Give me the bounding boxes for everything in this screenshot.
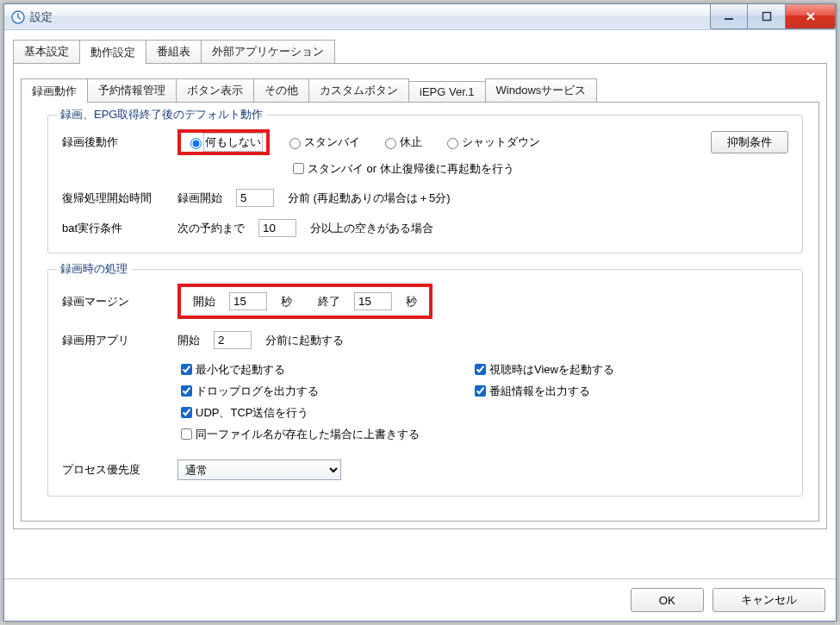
bat-prefix: 次の予約まで: [177, 221, 245, 236]
check-reboot-label: スタンバイ or 休止復帰後に再起動を行う: [308, 161, 514, 177]
radio-shutdown-label: シャットダウン: [462, 134, 540, 150]
row-rec-app: 録画用アプリ 開始 分前に起動する: [62, 331, 788, 349]
margin-start-label: 開始: [193, 294, 215, 309]
radio-hibernate[interactable]: [385, 138, 396, 149]
group-post-record: 録画、EPG取得終了後のデフォルト動作 録画後動作 何もしない: [47, 115, 803, 253]
label-rec-app: 録画用アプリ: [62, 333, 177, 348]
tab-external-app[interactable]: 外部アプリケーション: [201, 40, 335, 63]
svg-rect-2: [762, 13, 770, 21]
group-post-record-title: 録画、EPG取得終了後のデフォルト動作: [57, 107, 266, 122]
resume-prefix: 録画開始: [177, 191, 222, 206]
label-margin: 録画マージン: [62, 294, 177, 309]
row-resume: 復帰処理開始時間 録画開始 分前 (再起動ありの場合は＋5分): [62, 189, 788, 207]
bat-suffix: 分以上の空きがある場合: [310, 221, 433, 236]
window-title: 設定: [30, 9, 53, 25]
input-margin-start[interactable]: [229, 292, 267, 310]
subtab-other[interactable]: その他: [253, 78, 309, 102]
input-bat-minutes[interactable]: [258, 219, 296, 237]
subtab-custom-button[interactable]: カスタムボタン: [308, 78, 409, 102]
check-minimized-label: 最小化で起動する: [196, 362, 285, 378]
top-tabs: 基本設定 動作設定 番組表 外部アプリケーション: [13, 39, 827, 64]
input-rec-app-minutes[interactable]: [214, 331, 252, 349]
check-minimized[interactable]: [181, 364, 192, 375]
row-margin: 録画マージン 開始 秒 終了: [62, 284, 788, 319]
radio-standby[interactable]: [289, 138, 301, 149]
highlight-post-action: 何もしない: [177, 129, 270, 155]
radio-shutdown[interactable]: [447, 138, 458, 149]
group-recording-process: 録画時の処理 録画マージン 開始 秒 終了: [47, 269, 803, 497]
check-program-info-label: 番組情報を出力する: [489, 384, 590, 399]
resume-suffix: 分前 (再起動ありの場合は＋5分): [288, 191, 451, 206]
radio-standby-label: スタンバイ: [304, 134, 360, 150]
radio-none-label: 何もしない: [205, 134, 261, 150]
content-area: 基本設定 動作設定 番組表 外部アプリケーション 録画動作 予約情報管理 ボタン…: [4, 30, 836, 578]
minimize-button[interactable]: [710, 4, 748, 29]
check-view-label: 視聴時はViewを起動する: [489, 362, 614, 378]
check-view[interactable]: [475, 364, 486, 375]
subtab-iepg[interactable]: iEPG Ver.1: [408, 81, 486, 102]
titlebar: 設定: [4, 4, 836, 30]
input-margin-end[interactable]: [354, 292, 392, 310]
row-post-action: 録画後動作 何もしない スタンバイ: [62, 129, 788, 155]
clock-icon: [11, 10, 25, 24]
margin-end-label: 終了: [318, 294, 340, 309]
dialog-buttons: OK キャンセル: [4, 578, 836, 621]
margin-start-unit: 秒: [281, 294, 292, 309]
suppress-button[interactable]: 抑制条件: [711, 131, 788, 153]
check-program-info[interactable]: [475, 385, 486, 397]
select-priority[interactable]: 通常: [177, 459, 341, 480]
radio-none[interactable]: [190, 138, 202, 149]
tab-behavior-settings[interactable]: 動作設定: [79, 40, 146, 64]
subtab-windows-service[interactable]: Windowsサービス: [485, 78, 598, 102]
subtab-button-display[interactable]: ボタン表示: [176, 78, 254, 102]
row-checks: 最小化で起動する ドロップログを出力する UDP、TCP送信を行う 同一ファイル…: [62, 361, 788, 447]
row-bat: bat実行条件 次の予約まで 分以上の空きがある場合: [62, 219, 788, 237]
margin-end-unit: 秒: [406, 294, 417, 309]
settings-window: 設定 基本設定 動作設定 番組表 外部アプリケーション 録画動作 予約: [3, 3, 837, 622]
group-recording-process-title: 録画時の処理: [57, 261, 131, 277]
row-priority: プロセス優先度 通常: [62, 459, 788, 480]
rec-app-suffix: 分前に起動する: [265, 333, 344, 348]
tab-program-guide[interactable]: 番組表: [146, 40, 202, 63]
tab-basic-settings[interactable]: 基本設定: [13, 40, 80, 63]
row-reboot-check: スタンバイ or 休止復帰後に再起動を行う: [62, 160, 788, 177]
label-priority: プロセス優先度: [62, 462, 177, 478]
highlight-margin: 開始 秒 終了 秒: [177, 284, 432, 319]
radio-hibernate-label: 休止: [400, 134, 422, 150]
subtab-reservation[interactable]: 予約情報管理: [87, 78, 177, 102]
label-post-action: 録画後動作: [62, 134, 177, 150]
svg-rect-1: [725, 18, 733, 20]
check-overwrite[interactable]: [181, 428, 192, 440]
check-reboot[interactable]: [293, 163, 304, 174]
maximize-button[interactable]: [748, 4, 786, 29]
check-droplog[interactable]: [181, 385, 192, 397]
recording-panel: 録画、EPG取得終了後のデフォルト動作 録画後動作 何もしない: [22, 103, 818, 521]
ok-button[interactable]: OK: [631, 588, 704, 612]
check-overwrite-label: 同一ファイル名が存在した場合に上書きする: [196, 427, 420, 442]
label-bat: bat実行条件: [62, 221, 177, 236]
check-udp-tcp-label: UDP、TCP送信を行う: [196, 405, 308, 421]
subtab-recording[interactable]: 録画動作: [21, 78, 88, 103]
label-resume: 復帰処理開始時間: [62, 191, 177, 206]
check-droplog-label: ドロップログを出力する: [196, 384, 319, 399]
sub-tabs: 録画動作 予約情報管理 ボタン表示 その他 カスタムボタン iEPG Ver.1…: [21, 78, 819, 103]
cancel-button[interactable]: キャンセル: [712, 588, 825, 612]
rec-app-prefix: 開始: [177, 333, 200, 348]
check-udp-tcp[interactable]: [181, 407, 192, 418]
close-button[interactable]: [786, 4, 836, 29]
window-controls: [710, 4, 836, 29]
input-resume-minutes[interactable]: [236, 189, 274, 207]
